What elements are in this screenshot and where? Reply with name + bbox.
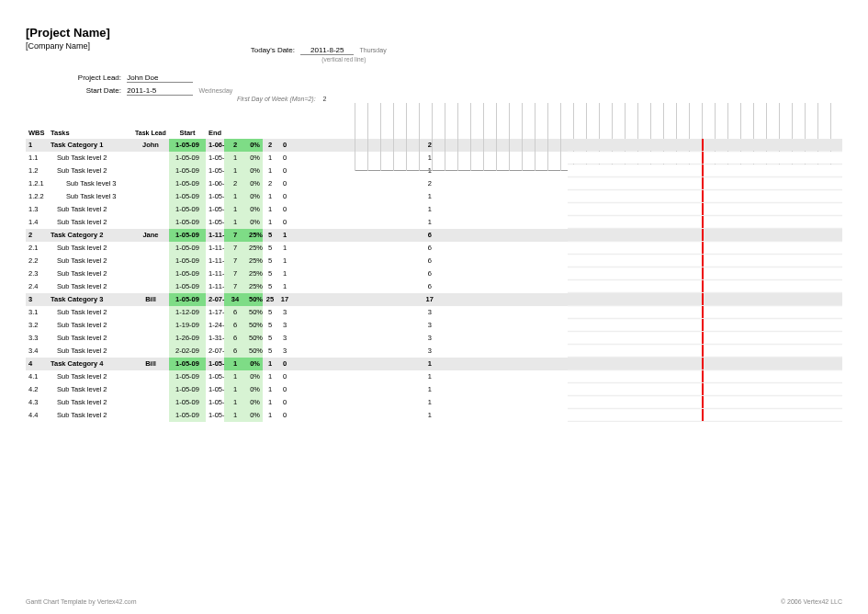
cell-lead xyxy=(132,409,169,422)
cell-pct: 25% xyxy=(246,242,263,255)
cell-task: Sub Task level 2 xyxy=(48,203,132,216)
cell-pct: 0% xyxy=(246,396,263,409)
start-day: Wednesday xyxy=(198,87,232,94)
table-row[interactable]: 2.1Sub Task level 21-05-091-11-09725%516 xyxy=(26,242,842,255)
cell-gantt xyxy=(568,319,843,332)
table-row[interactable]: 3.3Sub Task level 21-26-091-31-09650%533 xyxy=(26,332,842,345)
cell-duration: 1 xyxy=(224,370,246,383)
cell-n2: 1 xyxy=(263,216,277,229)
cell-n2: 1 xyxy=(263,383,277,396)
cell-wbs: 3.2 xyxy=(26,319,48,332)
table-row[interactable]: 4.4Sub Task level 21-05-091-05-0910%101 xyxy=(26,409,842,422)
cell-lead xyxy=(132,319,169,332)
table-row[interactable]: 2.2Sub Task level 21-05-091-11-09725%516 xyxy=(26,255,842,267)
cell-gantt xyxy=(568,190,843,203)
start-label: Start Date: xyxy=(62,86,121,95)
cell-n3: 3 xyxy=(277,319,292,332)
table-row[interactable]: 3Task Category 3Bill1-05-092-07-093450%2… xyxy=(26,293,842,306)
fdow-value[interactable]: 2 xyxy=(323,96,327,102)
table-row[interactable]: 2Task Category 2Jane1-05-091-11-09725%51… xyxy=(26,229,842,242)
table-row[interactable]: 3.2Sub Task level 21-19-091-24-09650%533 xyxy=(26,319,842,332)
company-name: [Company Name] xyxy=(26,41,842,51)
cell-task: Sub Task level 2 xyxy=(48,267,132,280)
cell-n4: 2 xyxy=(292,177,568,190)
first-day-of-week: First Day of Week (Mon=2): 2 xyxy=(237,96,327,102)
table-row[interactable]: 3.4Sub Task level 22-02-092-07-09650%533 xyxy=(26,345,842,358)
cell-duration: 6 xyxy=(224,319,246,332)
cell-gantt xyxy=(568,383,843,396)
table-row[interactable]: 4.2Sub Task level 21-05-091-05-0910%101 xyxy=(26,383,842,396)
cell-wbs: 1.1 xyxy=(26,152,48,165)
today-value[interactable]: 2011-8-25 xyxy=(300,46,354,55)
table-row[interactable]: 1.2.2Sub Task level 31-05-091-05-0910%10… xyxy=(26,190,842,203)
cell-lead: Bill xyxy=(132,293,169,306)
timeline-col xyxy=(393,103,407,171)
cell-end: 1-05-09 xyxy=(206,370,224,383)
cell-task: Sub Task level 3 xyxy=(48,177,132,190)
cell-wbs: 4.4 xyxy=(26,409,48,422)
start-value[interactable]: 2011-1-5 xyxy=(127,86,193,96)
cell-task: Task Category 4 xyxy=(48,358,132,370)
cell-n3: 0 xyxy=(277,370,292,383)
table-row[interactable]: 4Task Category 4Bill1-05-091-05-0910%101 xyxy=(26,358,842,370)
cell-start: 1-05-09 xyxy=(169,242,206,255)
cell-pct: 50% xyxy=(246,345,263,358)
cell-lead xyxy=(132,396,169,409)
cell-pct: 0% xyxy=(246,203,263,216)
timeline-col xyxy=(496,103,510,171)
cell-gantt xyxy=(568,203,843,216)
cell-start: 1-05-09 xyxy=(169,216,206,229)
table-row[interactable]: 1.2.1Sub Task level 31-05-091-06-0920%20… xyxy=(26,177,842,190)
table-row[interactable]: 4.1Sub Task level 21-05-091-05-0910%101 xyxy=(26,370,842,383)
fdow-label: First Day of Week (Mon=2): xyxy=(237,96,316,102)
cell-lead: Jane xyxy=(132,229,169,242)
cell-wbs: 4.3 xyxy=(26,396,48,409)
cell-n2: 5 xyxy=(263,255,277,267)
cell-task: Sub Task level 2 xyxy=(48,280,132,293)
table-row[interactable]: 1.4Sub Task level 21-05-091-05-0910%101 xyxy=(26,216,842,229)
project-name: [Project Name] xyxy=(26,26,842,40)
cell-lead xyxy=(132,370,169,383)
cell-wbs: 3 xyxy=(26,293,48,306)
cell-n4: 6 xyxy=(292,242,568,255)
cell-lead: Bill xyxy=(132,358,169,370)
cell-n4: 3 xyxy=(292,332,568,345)
table-row[interactable]: 1.3Sub Task level 21-05-091-05-0910%101 xyxy=(26,203,842,216)
timeline-col xyxy=(457,103,471,171)
today-redline xyxy=(702,216,704,228)
cell-n3: 0 xyxy=(277,396,292,409)
lead-value[interactable]: John Doe xyxy=(127,74,193,83)
table-row[interactable]: 2.4Sub Task level 21-05-091-11-09725%516 xyxy=(26,280,842,293)
cell-lead xyxy=(132,345,169,358)
cell-start: 1-05-09 xyxy=(169,383,206,396)
col-tasks: Tasks xyxy=(48,127,132,139)
cell-n2: 1 xyxy=(263,165,277,177)
cell-n3: 0 xyxy=(277,139,292,152)
cell-start: 1-05-09 xyxy=(169,267,206,280)
cell-n2: 1 xyxy=(263,370,277,383)
timeline-col xyxy=(380,103,394,171)
cell-n2: 2 xyxy=(263,177,277,190)
cell-duration: 1 xyxy=(224,396,246,409)
table-row[interactable]: 4.3Sub Task level 21-05-091-05-0910%101 xyxy=(26,396,842,409)
today-redline xyxy=(702,332,704,344)
cell-pct: 0% xyxy=(246,152,263,165)
table-row[interactable]: 2.3Sub Task level 21-05-091-11-09725%516 xyxy=(26,267,842,280)
cell-duration: 2 xyxy=(224,139,246,152)
cell-task: Task Category 1 xyxy=(48,139,132,152)
cell-n3: 1 xyxy=(277,255,292,267)
cell-task: Sub Task level 2 xyxy=(48,383,132,396)
cell-lead xyxy=(132,255,169,267)
cell-wbs: 3.1 xyxy=(26,306,48,319)
timeline-col xyxy=(547,103,561,171)
cell-gantt xyxy=(568,229,843,242)
cell-end: 1-11-09 xyxy=(206,255,224,267)
cell-n4: 1 xyxy=(292,370,568,383)
table-row[interactable]: 3.1Sub Task level 21-12-091-17-09650%533 xyxy=(26,306,842,319)
cell-task: Sub Task level 2 xyxy=(48,409,132,422)
header: [Project Name] [Company Name] Today's Da… xyxy=(26,26,842,127)
cell-n4: 1 xyxy=(292,383,568,396)
today-redline xyxy=(702,267,704,279)
cell-duration: 1 xyxy=(224,383,246,396)
cell-pct: 0% xyxy=(246,165,263,177)
